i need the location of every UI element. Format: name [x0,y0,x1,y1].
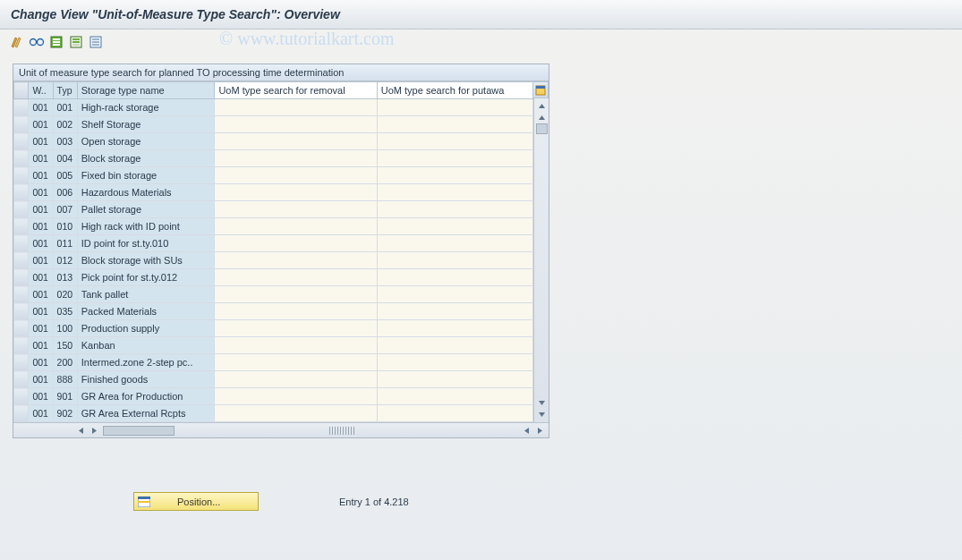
cell-removal[interactable] [215,303,377,320]
cell-putaway[interactable] [377,320,532,337]
scroll-left-icon[interactable] [75,425,87,437]
cell-putaway[interactable] [377,184,532,201]
cell-putaway[interactable] [377,235,532,252]
col-header-w[interactable]: W.. [29,82,53,99]
deselect-all-icon[interactable] [88,34,104,50]
row-selector[interactable] [14,388,29,405]
col-header-selector[interactable] [14,82,29,99]
horizontal-scrollbar[interactable] [13,422,549,437]
cell-removal[interactable] [215,337,377,354]
cell-putaway[interactable] [377,133,532,150]
scroll-left-icon[interactable] [521,425,532,437]
row-selector[interactable] [14,354,29,371]
cell-putaway[interactable] [377,218,532,235]
cell-removal[interactable] [215,269,377,286]
cell-removal[interactable] [215,320,377,337]
select-all-icon[interactable] [48,34,64,50]
cell-putaway[interactable] [377,167,532,184]
row-selector[interactable] [14,201,29,218]
cell-removal[interactable] [215,150,377,167]
scroll-up-icon[interactable] [536,100,548,112]
cell-putaway[interactable] [377,201,532,218]
table-row[interactable]: 001100Production supply [14,320,533,337]
row-selector[interactable] [14,184,29,201]
table-row[interactable]: 001001High-rack storage [14,99,533,116]
row-selector[interactable] [14,99,29,116]
cell-removal[interactable] [215,286,377,303]
scroll-thumb[interactable] [536,123,548,134]
cell-putaway[interactable] [377,371,532,388]
row-selector[interactable] [14,320,29,337]
cell-putaway[interactable] [377,337,532,354]
row-selector[interactable] [14,303,29,320]
row-selector[interactable] [14,371,29,388]
row-selector[interactable] [14,286,29,303]
cell-putaway[interactable] [377,286,532,303]
table-row[interactable]: 001011ID point for st.ty.010 [14,235,533,252]
cell-removal[interactable] [215,354,377,371]
cell-putaway[interactable] [377,303,532,320]
table-row[interactable]: 001004Block storage [14,150,533,167]
row-selector[interactable] [14,133,29,150]
cell-removal[interactable] [215,133,377,150]
table-settings-icon[interactable] [533,81,549,98]
table-row[interactable]: 001010High rack with ID point [14,218,533,235]
position-button[interactable]: Position... [133,492,259,511]
table-row[interactable]: 001007Pallet storage [14,201,533,218]
table-row[interactable]: 001901GR Area for Production [14,388,533,405]
scroll-down-icon[interactable] [536,409,548,420]
cell-putaway[interactable] [377,150,532,167]
col-header-removal[interactable]: UoM type search for removal [215,82,377,99]
cell-putaway[interactable] [377,354,532,371]
cell-removal[interactable] [215,235,377,252]
row-selector[interactable] [14,150,29,167]
cell-putaway[interactable] [377,269,532,286]
vertical-scrollbar[interactable] [533,98,549,422]
cell-removal[interactable] [215,252,377,269]
cell-removal[interactable] [215,184,377,201]
scroll-right-icon[interactable] [89,425,100,437]
col-header-putaway[interactable]: UoM type search for putawa [377,82,532,99]
table-row[interactable]: 001150Kanban [14,337,533,354]
cell-putaway[interactable] [377,252,532,269]
other-entries-icon[interactable] [9,34,25,50]
cell-removal[interactable] [215,218,377,235]
cell-putaway[interactable] [377,99,532,116]
cell-removal[interactable] [215,167,377,184]
cell-removal[interactable] [215,388,377,405]
row-selector[interactable] [14,116,29,133]
scroll-up-icon[interactable] [536,112,548,123]
table-row[interactable]: 001013Pick point for st.ty.012 [14,269,533,286]
table-row[interactable]: 001902GR Area External Rcpts [14,405,533,422]
cell-putaway[interactable] [377,405,532,422]
row-selector[interactable] [14,167,29,184]
cell-removal[interactable] [215,116,377,133]
cell-removal[interactable] [215,99,377,116]
table-row[interactable]: 001002Shelf Storage [14,116,533,133]
row-selector[interactable] [14,218,29,235]
table-row[interactable]: 001006Hazardous Materials [14,184,533,201]
cell-putaway[interactable] [377,388,532,405]
col-header-name[interactable]: Storage type name [77,82,215,99]
cell-removal[interactable] [215,201,377,218]
details-icon[interactable] [29,34,45,50]
row-selector[interactable] [14,405,29,422]
scroll-down-icon[interactable] [536,397,548,409]
select-block-icon[interactable] [68,34,84,50]
row-selector[interactable] [14,269,29,286]
scroll-right-icon[interactable] [534,425,546,437]
table-row[interactable]: 001888Finished goods [14,371,533,388]
row-selector[interactable] [14,337,29,354]
table-row[interactable]: 001003Open storage [14,133,533,150]
cell-putaway[interactable] [377,116,532,133]
table-row[interactable]: 001020Tank pallet [14,286,533,303]
h-scroll-thumb[interactable] [103,426,175,436]
cell-removal[interactable] [215,405,377,422]
cell-removal[interactable] [215,371,377,388]
table-row[interactable]: 001012Block storage with SUs [14,252,533,269]
row-selector[interactable] [14,252,29,269]
table-row[interactable]: 001200Intermed.zone 2-step pc.. [14,354,533,371]
table-row[interactable]: 001035Packed Materials [14,303,533,320]
table-row[interactable]: 001005Fixed bin storage [14,167,533,184]
col-header-typ[interactable]: Typ [53,82,77,99]
